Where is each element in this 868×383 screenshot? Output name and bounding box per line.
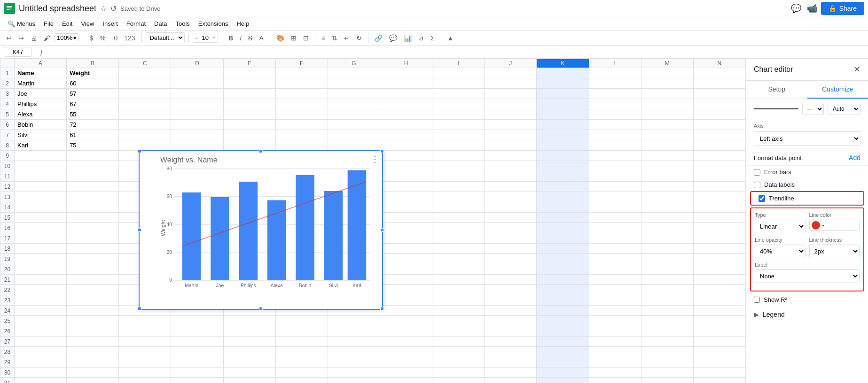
cell-i19[interactable] xyxy=(432,254,485,264)
cell-h10[interactable] xyxy=(380,161,432,171)
cell-g4[interactable] xyxy=(328,99,380,109)
cell-m25[interactable] xyxy=(641,316,693,326)
cell-k27[interactable] xyxy=(537,337,589,347)
cell-a17[interactable] xyxy=(15,233,67,244)
add-button[interactable]: Add xyxy=(849,154,860,161)
cell-m4[interactable] xyxy=(641,99,693,109)
cell-k29[interactable] xyxy=(537,357,589,368)
cell-d2[interactable] xyxy=(171,78,223,89)
cell-l13[interactable] xyxy=(589,192,641,202)
cell-f31[interactable] xyxy=(275,378,328,383)
cell-a8[interactable]: Karl xyxy=(15,140,67,151)
strikethrough-button[interactable]: S xyxy=(246,33,255,43)
cell-b22[interactable] xyxy=(67,285,119,295)
cell-a10[interactable] xyxy=(15,161,67,171)
cell-m29[interactable] xyxy=(641,357,693,368)
cell-l16[interactable] xyxy=(589,223,641,233)
cell-d3[interactable] xyxy=(171,89,223,99)
cell-h27[interactable] xyxy=(380,337,432,347)
cell-n28[interactable] xyxy=(693,347,745,357)
cell-b24[interactable] xyxy=(67,306,119,316)
resize-handle-mr[interactable] xyxy=(380,228,384,232)
cell-m1[interactable] xyxy=(641,68,693,78)
percent-button[interactable]: % xyxy=(97,33,108,43)
cell-c1[interactable] xyxy=(119,68,171,78)
spreadsheet[interactable]: A B C D E F G H I J K L M N 1NameWeight2… xyxy=(0,59,746,383)
cell-l28[interactable] xyxy=(589,347,641,357)
cell-i18[interactable] xyxy=(432,244,485,254)
cell-d7[interactable] xyxy=(171,130,223,140)
cell-l24[interactable] xyxy=(589,306,641,316)
share-button[interactable]: 🔒 Share xyxy=(821,2,864,15)
cell-n27[interactable] xyxy=(693,337,745,347)
cell-d25[interactable] xyxy=(171,316,223,326)
cell-j5[interactable] xyxy=(485,109,537,120)
cell-j24[interactable] xyxy=(485,306,537,316)
cell-h30[interactable] xyxy=(380,368,432,378)
cell-j16[interactable] xyxy=(485,223,537,233)
cell-g5[interactable] xyxy=(328,109,380,120)
cell-a27[interactable] xyxy=(15,337,67,347)
cell-e6[interactable] xyxy=(223,120,275,130)
cell-n24[interactable] xyxy=(693,306,745,316)
cell-j31[interactable] xyxy=(485,378,537,383)
decimal-inc-button[interactable]: 123 xyxy=(122,33,137,43)
cell-l12[interactable] xyxy=(589,182,641,192)
cell-h16[interactable] xyxy=(380,223,432,233)
cell-k13[interactable] xyxy=(537,192,589,202)
cell-m26[interactable] xyxy=(641,326,693,337)
cell-k8[interactable] xyxy=(537,140,589,151)
cell-a20[interactable] xyxy=(15,264,67,275)
cell-n26[interactable] xyxy=(693,326,745,337)
menu-help[interactable]: Help xyxy=(233,18,253,29)
cell-b8[interactable]: 75 xyxy=(67,140,119,151)
cell-k19[interactable] xyxy=(537,254,589,264)
cell-k12[interactable] xyxy=(537,182,589,192)
cell-l14[interactable] xyxy=(589,202,641,213)
menu-format[interactable]: Format xyxy=(123,18,149,29)
cell-m10[interactable] xyxy=(641,161,693,171)
label-select[interactable]: None Use Equation Custom xyxy=(755,269,860,283)
cell-d29[interactable] xyxy=(171,357,223,368)
cell-l6[interactable] xyxy=(589,120,641,130)
undo-button[interactable]: ↩ xyxy=(4,33,14,43)
cell-k20[interactable] xyxy=(537,264,589,275)
cell-l7[interactable] xyxy=(589,130,641,140)
resize-handle-tc[interactable] xyxy=(259,149,263,153)
cell-m9[interactable] xyxy=(641,151,693,161)
cell-g3[interactable] xyxy=(328,89,380,99)
cell-f26[interactable] xyxy=(275,326,328,337)
cell-a15[interactable] xyxy=(15,213,67,223)
cell-l22[interactable] xyxy=(589,285,641,295)
cell-n1[interactable] xyxy=(693,68,745,78)
cell-e5[interactable] xyxy=(223,109,275,120)
cell-j30[interactable] xyxy=(485,368,537,378)
cell-i12[interactable] xyxy=(432,182,485,192)
cell-d26[interactable] xyxy=(171,326,223,337)
cell-m22[interactable] xyxy=(641,285,693,295)
cell-d5[interactable] xyxy=(171,109,223,120)
cell-a6[interactable]: Bobin xyxy=(15,120,67,130)
cell-n17[interactable] xyxy=(693,233,745,244)
cell-i5[interactable] xyxy=(432,109,485,120)
cell-a16[interactable] xyxy=(15,223,67,233)
cell-k30[interactable] xyxy=(537,368,589,378)
currency-button[interactable]: $ xyxy=(87,33,95,43)
cell-g8[interactable] xyxy=(328,140,380,151)
cell-k1[interactable] xyxy=(537,68,589,78)
cell-k26[interactable] xyxy=(537,326,589,337)
cell-h22[interactable] xyxy=(380,285,432,295)
cell-j19[interactable] xyxy=(485,254,537,264)
cell-e28[interactable] xyxy=(223,347,275,357)
cell-a4[interactable]: Phillips xyxy=(15,99,67,109)
cell-b17[interactable] xyxy=(67,233,119,244)
cell-k21[interactable] xyxy=(537,275,589,285)
cell-h5[interactable] xyxy=(380,109,432,120)
resize-handle-tr[interactable] xyxy=(380,149,384,153)
cell-i21[interactable] xyxy=(432,275,485,285)
cell-j1[interactable] xyxy=(485,68,537,78)
cell-i28[interactable] xyxy=(432,347,485,357)
cell-f6[interactable] xyxy=(275,120,328,130)
cell-i9[interactable] xyxy=(432,151,485,161)
cell-j26[interactable] xyxy=(485,326,537,337)
